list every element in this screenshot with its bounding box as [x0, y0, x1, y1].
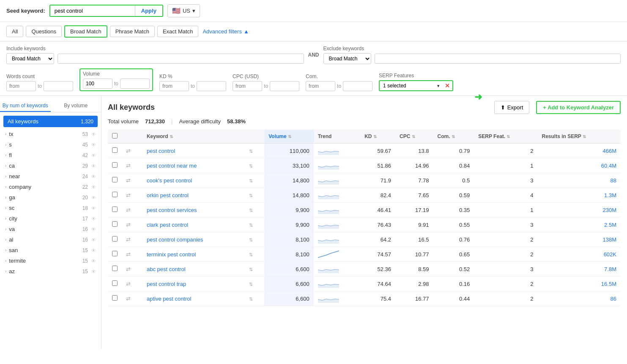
eye-icon[interactable]: 👁: [91, 195, 96, 200]
th-keyword[interactable]: Keyword ⇅: [142, 130, 245, 144]
eye-icon[interactable]: 👁: [91, 269, 96, 274]
seed-input[interactable]: [50, 5, 135, 16]
kd-from[interactable]: [159, 81, 189, 91]
sidebar-item-az[interactable]: › az 15 👁: [0, 266, 101, 277]
row-results-cell[interactable]: 138M: [537, 232, 621, 247]
eye-icon[interactable]: 👁: [91, 248, 96, 253]
th-select-all[interactable]: [108, 130, 122, 144]
include-match-select[interactable]: Broad Match Phrase Match Exact Match: [6, 53, 54, 64]
eye-icon[interactable]: 👁: [91, 258, 96, 263]
eye-icon[interactable]: 👁: [91, 132, 96, 137]
tab-all[interactable]: All: [6, 26, 23, 37]
exclude-keyword-input[interactable]: [375, 54, 621, 64]
filter-icon[interactable]: ⇅: [249, 163, 253, 168]
include-icon[interactable]: ⇄: [126, 266, 131, 272]
sidebar-item-san[interactable]: › san 15 👁: [0, 245, 101, 255]
cpc-from[interactable]: [233, 81, 262, 91]
include-icon[interactable]: ⇄: [126, 163, 131, 169]
filter-icon[interactable]: ⇅: [249, 282, 253, 287]
filter-icon[interactable]: ⇅: [249, 223, 253, 228]
eye-icon[interactable]: 👁: [91, 153, 96, 158]
keyword-link[interactable]: cook's pest control: [147, 177, 192, 184]
row-results-cell[interactable]: 86: [537, 291, 621, 306]
keyword-link[interactable]: pest control near me: [147, 163, 197, 169]
eye-icon[interactable]: 👁: [91, 174, 96, 179]
row-checkbox[interactable]: [112, 266, 118, 271]
include-icon[interactable]: ⇄: [126, 251, 131, 258]
keyword-link[interactable]: aptive pest control: [147, 296, 192, 302]
keyword-link[interactable]: clark pest control: [147, 222, 188, 228]
sidebar-item-s[interactable]: › s 45 👁: [0, 139, 101, 150]
tab-exact-match[interactable]: Exact Match: [157, 26, 199, 37]
include-icon[interactable]: ⇄: [126, 192, 131, 198]
serp-features-select[interactable]: 1 selected: [380, 81, 435, 90]
tab-questions[interactable]: Questions: [26, 26, 62, 37]
keyword-link[interactable]: orkin pest control: [147, 192, 189, 198]
sidebar-item-ca[interactable]: › ca 29 👁: [0, 160, 101, 171]
th-kd[interactable]: KD ⇅: [360, 130, 395, 144]
row-checkbox[interactable]: [112, 177, 118, 182]
com-to[interactable]: [343, 81, 372, 91]
country-selector[interactable]: 🇺🇸 US ▾: [167, 4, 200, 17]
th-results-serp[interactable]: Results in SERP ⇅: [537, 130, 621, 144]
include-icon[interactable]: ⇄: [126, 177, 131, 184]
include-icon[interactable]: ⇄: [126, 236, 131, 243]
eye-icon[interactable]: 👁: [91, 227, 96, 232]
exclude-match-select[interactable]: Broad Match Phrase Match Exact Match: [323, 53, 371, 64]
sidebar-item-company[interactable]: › company 22 👁: [0, 182, 101, 192]
row-checkbox[interactable]: [112, 280, 118, 286]
sidebar-item-ga[interactable]: › ga 20 👁: [0, 192, 101, 203]
eye-icon[interactable]: 👁: [91, 142, 96, 147]
serp-clear-button[interactable]: ✕: [442, 82, 452, 89]
com-from[interactable]: [306, 81, 335, 91]
th-trend[interactable]: Trend: [314, 130, 360, 144]
row-results-cell[interactable]: 88: [537, 173, 621, 188]
row-checkbox[interactable]: [112, 206, 118, 212]
sidebar-tab-by-num[interactable]: By num of keywords: [0, 100, 51, 112]
kd-to[interactable]: [197, 81, 226, 91]
sidebar-item-termite[interactable]: › termite 15 👁: [0, 255, 101, 266]
row-checkbox[interactable]: [112, 147, 118, 153]
filter-icon[interactable]: ⇅: [249, 252, 253, 257]
cpc-to[interactable]: [270, 81, 299, 91]
add-to-keyword-analyzer-button[interactable]: + Add to Keyword Analyzer: [536, 101, 621, 114]
row-checkbox[interactable]: [112, 236, 118, 242]
row-results-cell[interactable]: 466M: [537, 144, 621, 158]
eye-icon[interactable]: 👁: [91, 216, 96, 221]
tab-broad-match[interactable]: Broad Match: [64, 25, 107, 38]
words-count-to[interactable]: [44, 81, 73, 91]
advanced-filters-toggle[interactable]: Advanced filters ▲: [203, 28, 249, 35]
filter-icon[interactable]: ⇅: [249, 193, 253, 198]
sidebar-item-sc[interactable]: › sc 18 👁: [0, 203, 101, 213]
include-keyword-input[interactable]: [57, 54, 304, 64]
row-results-cell[interactable]: 230M: [537, 203, 621, 217]
eye-icon[interactable]: 👁: [91, 185, 96, 190]
include-icon[interactable]: ⇄: [126, 222, 131, 228]
filter-icon[interactable]: ⇅: [249, 149, 253, 154]
include-icon[interactable]: ⇄: [126, 148, 131, 154]
th-volume[interactable]: Volume ⇅: [264, 130, 313, 144]
sidebar-item-al[interactable]: › al 16 👁: [0, 234, 101, 245]
filter-icon[interactable]: ⇅: [249, 178, 253, 183]
row-results-cell[interactable]: 16.5M: [537, 277, 621, 291]
sidebar-item-all-keywords[interactable]: All keywords 1,320: [3, 116, 98, 127]
volume-to[interactable]: [120, 79, 150, 89]
row-results-cell[interactable]: 2.5M: [537, 217, 621, 232]
sidebar-tab-by-volume[interactable]: By volume: [51, 100, 101, 112]
sidebar-item-city[interactable]: › city 17 👁: [0, 213, 101, 224]
sidebar-item-tx[interactable]: › tx 53 👁: [0, 129, 101, 139]
filter-icon[interactable]: ⇅: [249, 296, 253, 302]
row-results-cell[interactable]: 60.4M: [537, 158, 621, 173]
filter-icon[interactable]: ⇅: [249, 267, 253, 272]
tab-phrase-match[interactable]: Phrase Match: [110, 26, 155, 37]
sidebar-item-va[interactable]: › va 16 👁: [0, 224, 101, 234]
th-com[interactable]: Com. ⇅: [433, 130, 474, 144]
keyword-link[interactable]: pest control: [147, 148, 175, 154]
keyword-link[interactable]: pest control companies: [147, 236, 203, 243]
export-button[interactable]: ⬆ Export: [494, 101, 530, 114]
select-all-checkbox[interactable]: [112, 133, 118, 139]
eye-icon[interactable]: 👁: [91, 237, 96, 242]
row-checkbox[interactable]: [112, 162, 118, 168]
eye-icon[interactable]: 👁: [91, 163, 96, 168]
row-checkbox[interactable]: [112, 251, 118, 256]
